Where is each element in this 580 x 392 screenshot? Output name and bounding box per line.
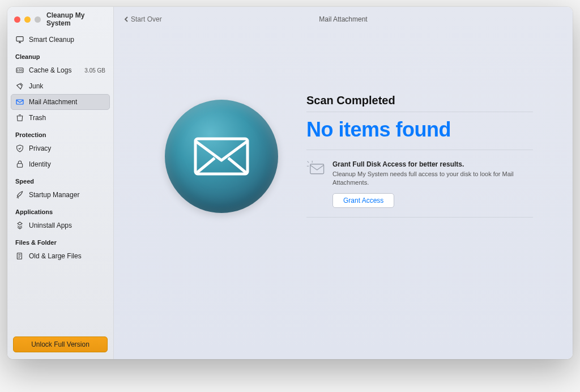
monitor-icon bbox=[15, 35, 24, 44]
svg-rect-7 bbox=[310, 164, 324, 174]
sidebar-section-cleanup: Cleanup bbox=[11, 48, 110, 62]
scan-completed-heading: Scan Completed bbox=[306, 94, 533, 112]
sidebar-item-label: Startup Manager bbox=[29, 191, 79, 199]
lock-icon bbox=[15, 160, 24, 169]
sidebar-item-label: Smart Cleanup bbox=[29, 36, 74, 44]
chevron-left-icon bbox=[124, 16, 129, 22]
sidebar-item-smart-cleanup[interactable]: Smart Cleanup bbox=[11, 32, 110, 48]
sidebar-item-trash[interactable]: Trash bbox=[11, 110, 110, 126]
sidebar-item-label: Old & Large Files bbox=[29, 252, 82, 260]
window-controls bbox=[14, 16, 41, 23]
toolbar: Start Over Mail Attachment bbox=[114, 7, 573, 32]
files-icon bbox=[15, 252, 24, 261]
sidebar-item-label: Mail Attachment bbox=[29, 98, 77, 106]
sidebar-item-identity[interactable]: Identity bbox=[11, 156, 110, 172]
content-area: Scan Completed No items found Grant Full… bbox=[114, 32, 573, 359]
window-title: Cleanup My System bbox=[46, 11, 106, 27]
full-disk-access-prompt: Grant Full Disk Access for better result… bbox=[306, 150, 533, 218]
sidebar-item-label: Uninstall Apps bbox=[29, 221, 72, 229]
sidebar-item-label: Junk bbox=[29, 82, 43, 90]
sidebar-item-label: Trash bbox=[29, 114, 46, 122]
access-description: Cleanup My System needs full access to y… bbox=[332, 170, 533, 188]
trash-icon bbox=[15, 113, 24, 122]
sidebar-item-label: Identity bbox=[29, 160, 51, 168]
sidebar-item-privacy[interactable]: Privacy bbox=[11, 140, 110, 156]
access-title: Grant Full Disk Access for better result… bbox=[332, 160, 533, 168]
sidebar-section-files: Files & Folder bbox=[11, 233, 110, 248]
broom-icon bbox=[15, 82, 24, 91]
app-icon bbox=[15, 221, 24, 230]
sidebar-item-junk[interactable]: Junk bbox=[11, 78, 110, 94]
grant-access-button[interactable]: Grant Access bbox=[332, 193, 394, 208]
sidebar-item-label: Cache & Logs bbox=[29, 66, 71, 74]
zoom-window-button[interactable] bbox=[35, 16, 41, 23]
svg-text:LOG: LOG bbox=[17, 69, 23, 72]
titlebar: Cleanup My System bbox=[7, 7, 113, 32]
envelope-icon bbox=[15, 97, 24, 106]
svg-rect-4 bbox=[17, 164, 22, 168]
disk-access-icon bbox=[306, 160, 326, 208]
minimize-window-button[interactable] bbox=[24, 16, 31, 23]
close-window-button[interactable] bbox=[14, 16, 20, 23]
log-icon: LOG bbox=[15, 66, 24, 75]
sidebar-item-mail-attachment[interactable]: Mail Attachment bbox=[11, 94, 110, 110]
sidebar-item-uninstall-apps[interactable]: Uninstall Apps bbox=[11, 218, 110, 233]
sidebar-item-old-large-files[interactable]: Old & Large Files bbox=[11, 248, 110, 264]
svg-rect-0 bbox=[16, 37, 23, 41]
shield-icon bbox=[15, 144, 24, 153]
unlock-full-version-button[interactable]: Unlock Full Version bbox=[13, 336, 108, 352]
sidebar-section-applications: Applications bbox=[11, 203, 110, 218]
sidebar-item-cache-logs[interactable]: LOG Cache & Logs 3.05 GB bbox=[11, 62, 110, 78]
sidebar: Cleanup My System Smart Cleanup Cleanup … bbox=[7, 7, 114, 359]
rocket-icon bbox=[15, 190, 24, 199]
toolbar-title: Mail Attachment bbox=[319, 15, 367, 23]
sidebar-section-protection: Protection bbox=[11, 126, 110, 140]
sidebar-item-badge: 3.05 GB bbox=[84, 67, 105, 74]
sidebar-item-startup-manager[interactable]: Startup Manager bbox=[11, 187, 110, 203]
sidebar-list: Smart Cleanup Cleanup LOG Cache & Logs 3… bbox=[7, 32, 113, 333]
sidebar-section-speed: Speed bbox=[11, 172, 110, 187]
start-over-button[interactable]: Start Over bbox=[124, 15, 162, 23]
main-content: Start Over Mail Attachment Scan Complete… bbox=[114, 7, 573, 359]
results-panel: Scan Completed No items found Grant Full… bbox=[306, 94, 533, 218]
no-items-found-heading: No items found bbox=[306, 112, 533, 150]
sidebar-item-label: Privacy bbox=[29, 144, 51, 152]
back-label: Start Over bbox=[131, 15, 162, 23]
app-window: Cleanup My System Smart Cleanup Cleanup … bbox=[7, 7, 573, 359]
hero-mail-icon bbox=[165, 100, 278, 213]
